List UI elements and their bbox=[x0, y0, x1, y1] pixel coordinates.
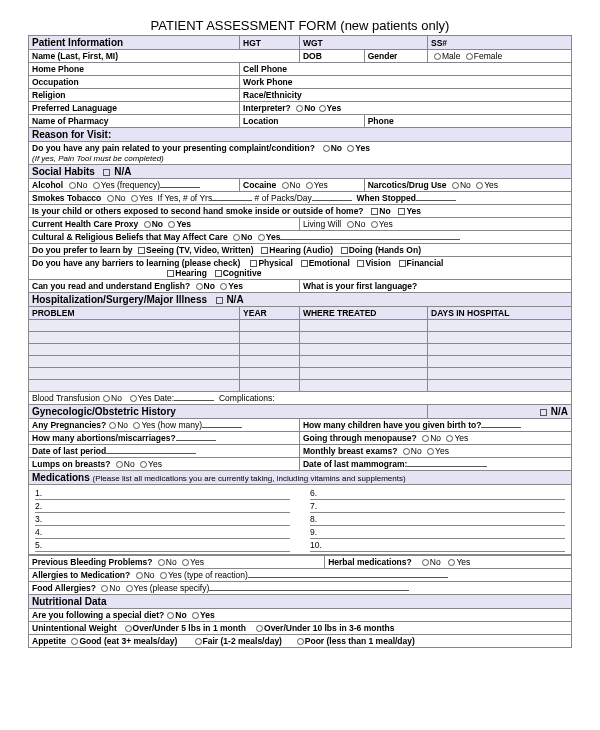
workphone-label[interactable]: Work Phone bbox=[240, 76, 572, 89]
patient-info-header: Patient Information bbox=[29, 36, 240, 50]
col-problem: PROBLEM bbox=[29, 307, 240, 320]
lang-label[interactable]: Preferred Lanaguage bbox=[29, 102, 240, 115]
preg-row[interactable]: Any Pregnancies?No Yes (how many) bbox=[29, 419, 300, 432]
gyn-na[interactable]: N/A bbox=[428, 405, 572, 419]
secondhand-row[interactable]: Is your child or others exposed to secon… bbox=[29, 205, 572, 218]
col-year: YEAR bbox=[240, 307, 300, 320]
table-row[interactable] bbox=[29, 320, 240, 332]
list-item: 6. bbox=[310, 487, 565, 500]
list-item: 8. bbox=[310, 513, 565, 526]
lumps-row[interactable]: Lumps on breasts? No Yes bbox=[29, 458, 300, 471]
bleeding-row[interactable]: Previous Bleeding Problems? No Yes bbox=[29, 556, 325, 569]
list-item: 1. bbox=[35, 487, 290, 500]
meds-questions: Previous Bleeding Problems? No Yes Herba… bbox=[28, 555, 572, 648]
occupation-label[interactable]: Occupation bbox=[29, 76, 240, 89]
list-item: 7. bbox=[310, 500, 565, 513]
race-label[interactable]: Race/Ethnicity bbox=[240, 89, 572, 102]
table-row[interactable] bbox=[29, 368, 240, 380]
gender-label: Gender bbox=[364, 50, 427, 63]
weight-row[interactable]: Unintentional Weight Over/Under 5 lbs in… bbox=[29, 622, 572, 635]
list-item: 9. bbox=[310, 526, 565, 539]
nutri-header: Nutritional Data bbox=[29, 595, 572, 609]
gender-options[interactable]: Male Female bbox=[428, 50, 572, 63]
hosp-header: Hospitalization/Surgery/Major Illness N/… bbox=[29, 293, 572, 307]
patient-info-section: Patient Information HGT WGT SS# Name (La… bbox=[28, 35, 572, 485]
homephone-label[interactable]: Home Phone bbox=[29, 63, 240, 76]
diet-row[interactable]: Are you following a special diet?No Yes bbox=[29, 609, 572, 622]
proxy-row[interactable]: Current Health Care Proxy No Yes bbox=[29, 218, 300, 231]
list-item: 4. bbox=[35, 526, 290, 539]
cellphone-label[interactable]: Cell Phone bbox=[240, 63, 572, 76]
hgt-label: HGT bbox=[240, 36, 300, 50]
medications-list[interactable]: 1. 2. 3. 4. 5. 6. 7. 8. 9. 10. bbox=[28, 485, 572, 555]
herbal-row[interactable]: Herbal medications? No Yes bbox=[325, 556, 572, 569]
narcotics-row[interactable]: Narcotics/Drug Use No Yes bbox=[364, 179, 571, 192]
barriers-row[interactable]: Do you have any barriers to learning (pl… bbox=[29, 257, 572, 280]
english-row[interactable]: Can you read and understand English? No … bbox=[29, 280, 300, 293]
beliefs-row[interactable]: Cultural & Religious Beliefs that May Af… bbox=[29, 231, 572, 244]
learn-row[interactable]: Do you prefer to learn by Seeing (TV, Vi… bbox=[29, 244, 572, 257]
form-title: PATIENT ASSESSMENT FORM (new patients on… bbox=[28, 18, 572, 33]
cocaine-row[interactable]: Cocaine No Yes bbox=[240, 179, 365, 192]
breast-row[interactable]: Monthly breast exams? No Yes bbox=[299, 445, 571, 458]
firstlang-row[interactable]: What is your first language? bbox=[299, 280, 571, 293]
table-row[interactable] bbox=[29, 332, 240, 344]
name-label[interactable]: Name (Last, First, MI) bbox=[29, 50, 300, 63]
pharm-phone-label[interactable]: Phone bbox=[364, 115, 571, 128]
col-days: DAYS IN HOSPITAL bbox=[428, 307, 572, 320]
meds-header: Medications (Please list all medications… bbox=[29, 471, 572, 485]
dob-label[interactable]: DOB bbox=[299, 50, 364, 63]
mammo-row[interactable]: Date of last mammogram: bbox=[299, 458, 571, 471]
list-item: 3. bbox=[35, 513, 290, 526]
tobacco-row[interactable]: Smokes Tobacco No Yes If Yes, # of Yrs #… bbox=[29, 192, 572, 205]
period-row[interactable]: Date of last period bbox=[29, 445, 300, 458]
list-item: 2. bbox=[35, 500, 290, 513]
wgt-label: WGT bbox=[299, 36, 427, 50]
children-row[interactable]: How many children have you given birth t… bbox=[299, 419, 571, 432]
interp-label[interactable]: Interpreter? NoYes bbox=[240, 102, 572, 115]
abort-row[interactable]: How many abortions/miscarriages? bbox=[29, 432, 300, 445]
pharmacy-label[interactable]: Name of Pharmacy bbox=[29, 115, 240, 128]
blood-row[interactable]: Blood TransfusionNo Yes Date: Complicati… bbox=[29, 392, 572, 405]
ss-label: SS# bbox=[428, 36, 572, 50]
list-item: 5. bbox=[35, 539, 290, 552]
col-where: WHERE TREATED bbox=[299, 307, 427, 320]
allergy-row[interactable]: Allergies to Medication? No Yes (type of… bbox=[29, 569, 572, 582]
table-row[interactable] bbox=[29, 380, 240, 392]
location-label[interactable]: Location bbox=[240, 115, 365, 128]
appetite-row[interactable]: Appetite Good (eat 3+ meals/day) Fair (1… bbox=[29, 635, 572, 648]
food-row[interactable]: Food Allergies? No Yes (please specify) bbox=[29, 582, 572, 595]
table-row[interactable] bbox=[29, 344, 240, 356]
religion-label[interactable]: Religion bbox=[29, 89, 240, 102]
pain-question[interactable]: Do you have any pain related to your pre… bbox=[29, 142, 572, 165]
reason-header: Reason for Visit: bbox=[29, 128, 572, 142]
table-row[interactable] bbox=[29, 356, 240, 368]
gyn-header: Gynecologic/Obstetric History bbox=[29, 405, 428, 419]
meno-row[interactable]: Going through menopause? No Yes bbox=[299, 432, 571, 445]
alcohol-row[interactable]: Alcohol No Yes (frequency) bbox=[29, 179, 240, 192]
livingwill-row[interactable]: Living Will No Yes bbox=[299, 218, 571, 231]
list-item: 10. bbox=[310, 539, 565, 552]
social-header: Social Habits N/A bbox=[29, 165, 572, 179]
